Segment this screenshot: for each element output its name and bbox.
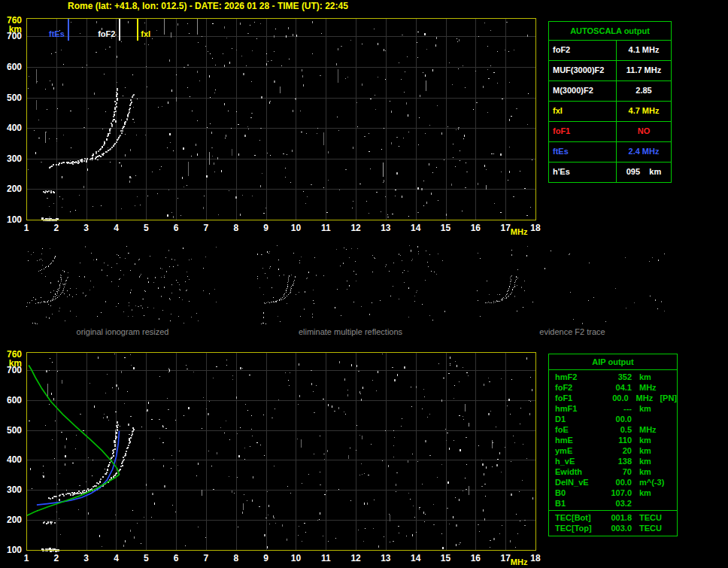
aip-row-tectop: TEC[Top]003.0TECU xyxy=(549,523,677,533)
aip-unit: km xyxy=(632,403,651,414)
svg-text:6: 6 xyxy=(174,553,179,563)
parameter-label: fxI xyxy=(549,102,617,121)
svg-text:14: 14 xyxy=(411,223,421,233)
aip-tec-rows: TEC[Bot]001.8TECUTEC[Top]003.0TECU xyxy=(549,512,677,533)
aip-value: 03.2 xyxy=(600,498,632,509)
aip-unit: TECU xyxy=(632,523,662,533)
svg-text:600: 600 xyxy=(7,62,22,72)
aip-unit: km xyxy=(632,445,651,456)
svg-text:17: 17 xyxy=(500,223,511,233)
aip-value: 110 xyxy=(600,435,632,445)
aip-unit: MHz [PN] xyxy=(629,393,677,403)
aip-row-fof1: foF100.0MHz [PN] xyxy=(549,393,677,403)
svg-text:9: 9 xyxy=(263,223,268,233)
aip-value: 00.0 xyxy=(598,393,628,403)
autoscala-row-fof2: foF24.1 MHz xyxy=(549,41,671,61)
parameter-label: M(3000)F2 xyxy=(549,81,617,101)
aip-row-hmf2: hmF2352km xyxy=(549,372,677,382)
svg-text:11: 11 xyxy=(321,553,331,563)
svg-text:300: 300 xyxy=(7,484,22,495)
svg-text:500: 500 xyxy=(7,93,22,103)
svg-text:100: 100 xyxy=(7,214,22,225)
thumbnail-eliminate-multiples xyxy=(254,245,447,325)
aip-value: 0.5 xyxy=(600,424,632,435)
aip-value: 04.1 xyxy=(600,382,632,393)
aip-rows: hmF2352kmfoF204.1MHzfoF100.0MHz [PN]hmF1… xyxy=(549,372,677,509)
svg-text:18: 18 xyxy=(530,553,541,563)
parameter-value: 4.1 MHz xyxy=(617,41,671,60)
aip-label: DelN_vE xyxy=(555,477,600,488)
svg-text:100: 100 xyxy=(7,545,22,555)
svg-text:4: 4 xyxy=(114,223,119,233)
svg-text:7: 7 xyxy=(204,553,209,563)
aip-label: foE xyxy=(555,424,600,435)
svg-text:5: 5 xyxy=(144,553,149,563)
aip-row-delnve: DelN_vE00.0m^(-3) xyxy=(549,477,677,488)
aip-output-table: AIP output hmF2352kmfoF204.1MHzfoF100.0M… xyxy=(548,354,678,536)
aip-value: 352 xyxy=(600,372,632,382)
autoscala-row-fof1: foF1NO xyxy=(549,122,671,142)
svg-text:400: 400 xyxy=(7,454,22,465)
thumbnail-eliminate-multiples-image xyxy=(254,245,447,325)
parameter-value: 11.7 MHz xyxy=(617,61,671,80)
aip-label: TEC[Bot] xyxy=(555,512,600,523)
aip-label: foF1 xyxy=(555,393,598,403)
svg-text:700: 700 xyxy=(7,31,22,41)
aip-label: Ewidth xyxy=(555,466,600,477)
aip-row-hmf1: hmF1---km xyxy=(549,403,677,414)
parameter-label: h'Es xyxy=(549,163,617,182)
parameter-label: foF2 xyxy=(549,41,617,60)
aip-unit: km xyxy=(632,488,651,498)
aip-row-b0: B0107.0km xyxy=(549,488,677,498)
parameter-value: 2.4 MHz xyxy=(617,142,671,162)
caption-eliminate-multiples: eliminate multiple reflections xyxy=(254,327,447,336)
svg-text:fxI: fxI xyxy=(141,29,150,38)
aip-value: 003.0 xyxy=(600,523,632,533)
svg-text:16: 16 xyxy=(471,553,481,563)
autoscala-row-hes: h'Es095 km xyxy=(549,163,671,182)
svg-text:300: 300 xyxy=(7,153,22,164)
aip-value: 00.0 xyxy=(600,414,632,424)
svg-text:17: 17 xyxy=(500,553,511,563)
profile-ionogram-chart: 123456789101112131415161718MHz760km70060… xyxy=(0,345,549,568)
aip-row-yme: ymE20km xyxy=(549,445,677,456)
svg-text:16: 16 xyxy=(471,223,481,233)
aip-unit: TECU xyxy=(632,512,662,523)
thumbnail-evidence-f2-trace xyxy=(476,245,669,325)
aip-row-tecbot: TEC[Bot]001.8TECU xyxy=(549,512,677,523)
svg-text:200: 200 xyxy=(7,184,22,194)
autoscala-output-table: AUTOSCALA output foF24.1 MHzMUF(3000)F21… xyxy=(548,21,672,183)
svg-text:11: 11 xyxy=(321,223,331,233)
aip-unit: MHz xyxy=(632,382,657,393)
thumbnail-evidence-f2-trace-image xyxy=(476,245,669,325)
svg-text:10: 10 xyxy=(291,223,302,233)
aip-row-foe: foE0.5MHz xyxy=(549,424,677,435)
autoscala-row-fxi: fxI4.7 MHz xyxy=(549,102,671,122)
svg-text:6: 6 xyxy=(174,223,179,233)
svg-text:700: 700 xyxy=(7,365,22,375)
svg-text:2: 2 xyxy=(53,553,59,563)
svg-text:13: 13 xyxy=(381,223,391,233)
svg-text:18: 18 xyxy=(530,223,541,233)
svg-text:600: 600 xyxy=(7,395,22,405)
parameter-label: foF1 xyxy=(549,122,617,141)
autoscala-rows: foF24.1 MHzMUF(3000)F211.7 MHzM(3000)F22… xyxy=(549,41,671,182)
svg-text:500: 500 xyxy=(7,425,22,436)
caption-evidence-f2-trace: evidence F2 trace xyxy=(476,327,669,336)
aip-unit: km xyxy=(632,466,651,477)
aip-label: D1 xyxy=(555,414,600,424)
svg-text:200: 200 xyxy=(7,515,22,525)
svg-text:13: 13 xyxy=(381,553,391,563)
aip-value: --- xyxy=(600,403,632,414)
aip-label: B0 xyxy=(555,488,600,498)
autoscala-output-title: AUTOSCALA output xyxy=(549,22,671,41)
svg-text:10: 10 xyxy=(291,553,302,563)
aip-unit xyxy=(632,498,639,509)
svg-text:foF2: foF2 xyxy=(98,29,115,38)
aip-value: 70 xyxy=(600,466,632,477)
svg-text:3: 3 xyxy=(83,553,89,563)
aip-value: 107.0 xyxy=(600,488,632,498)
aip-row-d1: D100.0 xyxy=(549,414,677,424)
aip-unit: km xyxy=(632,372,651,382)
thumbnail-original-ionogram xyxy=(26,245,219,325)
